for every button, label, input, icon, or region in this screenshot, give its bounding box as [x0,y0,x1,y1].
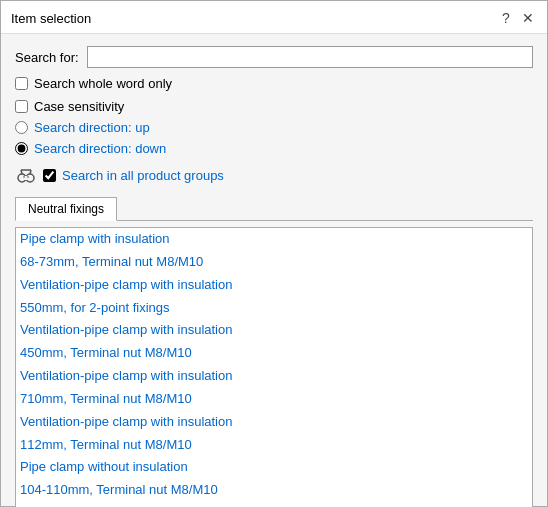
item-selection-dialog: Item selection ? ✕ Search for: Search wh… [0,0,548,507]
case-sensitivity-checkbox[interactable] [15,100,28,113]
list-item[interactable]: Pipe clamp with insulation [16,228,532,251]
direction-down-radio[interactable] [15,142,28,155]
close-button[interactable]: ✕ [519,9,537,27]
list-item[interactable]: 104-110mm, Terminal nut M8/M10 [16,479,532,502]
title-bar: Item selection ? ✕ [1,1,547,34]
search-groups-label[interactable]: Search in all product groups [62,168,224,183]
list-item[interactable]: Wall bracket [16,502,532,507]
whole-word-checkbox[interactable] [15,77,28,90]
direction-down-label[interactable]: Search direction: down [34,141,166,156]
case-sensitivity-label[interactable]: Case sensitivity [34,99,124,114]
direction-up-row: Search direction: up [15,120,533,135]
whole-word-row: Search whole word only [15,76,533,91]
list-item[interactable]: Pipe clamp without insulation [16,456,532,479]
list-item[interactable]: 68-73mm, Terminal nut M8/M10 [16,251,532,274]
direction-up-label[interactable]: Search direction: up [34,120,150,135]
case-sensitivity-row: Case sensitivity [15,99,533,114]
list-item[interactable]: 112mm, Terminal nut M8/M10 [16,434,532,457]
search-input[interactable] [87,46,533,68]
list-item[interactable]: Ventilation-pipe clamp with insulation [16,411,532,434]
tab-bar: Neutral fixings [15,196,533,221]
list-item[interactable]: Ventilation-pipe clamp with insulation [16,274,532,297]
dialog-title: Item selection [11,11,91,26]
help-button[interactable]: ? [497,9,515,27]
search-for-row: Search for: [15,46,533,68]
list-item[interactable]: Ventilation-pipe clamp with insulation [16,319,532,342]
svg-rect-2 [24,176,28,180]
whole-word-label[interactable]: Search whole word only [34,76,172,91]
item-list[interactable]: Pipe clamp with insulation68-73mm, Termi… [15,227,533,507]
search-groups-checkbox[interactable] [43,169,56,182]
direction-down-row: Search direction: down [15,141,533,156]
list-item[interactable]: Ventilation-pipe clamp with insulation [16,365,532,388]
binoculars-icon [15,164,37,186]
direction-up-radio[interactable] [15,121,28,134]
list-item[interactable]: 450mm, Terminal nut M8/M10 [16,342,532,365]
search-for-label: Search for: [15,50,79,65]
dialog-content: Search for: Search whole word only Case … [1,34,547,507]
list-item[interactable]: 550mm, for 2-point fixings [16,297,532,320]
list-item[interactable]: 710mm, Terminal nut M8/M10 [16,388,532,411]
search-groups-row: Search in all product groups [15,164,533,186]
tab-neutral-fixings[interactable]: Neutral fixings [15,197,117,221]
title-bar-controls: ? ✕ [497,9,537,27]
